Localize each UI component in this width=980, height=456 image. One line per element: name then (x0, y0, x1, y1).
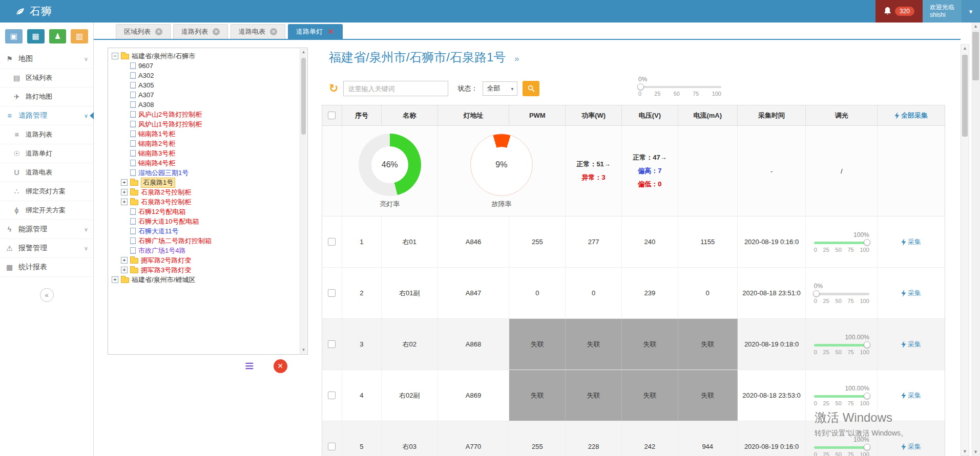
tree-item[interactable]: +拥军路3号路灯变 (112, 265, 299, 275)
row-checkbox[interactable] (328, 392, 336, 399)
sidebar-section-map[interactable]: ⚑ 地图 ∨ (0, 50, 93, 69)
row-checkbox[interactable] (328, 289, 336, 297)
scrollbar-thumb[interactable] (972, 32, 979, 80)
user-menu[interactable]: 欢迎光临 shishi (923, 0, 962, 23)
tree-item[interactable]: A308 (112, 100, 299, 110)
tree-scrollbar[interactable]: ▲ ▼ (300, 49, 307, 354)
tree-expand-icon[interactable]: + (121, 199, 128, 205)
grid-button[interactable]: ▦ (27, 29, 45, 44)
tree-root-shishi[interactable]: − 福建省/泉州市/石狮市 (112, 51, 299, 61)
refresh-icon[interactable]: ↻ (329, 83, 338, 94)
tree-item[interactable]: 风炉山1号路灯控制柜 (112, 119, 299, 129)
tree-item[interactable]: 锦南路1号柜 (112, 129, 299, 139)
scroll-down-icon[interactable]: ▼ (971, 448, 980, 456)
slider-track[interactable] (638, 86, 721, 88)
sidebar-item-region-list[interactable]: ▤ 区域列表 (0, 69, 93, 88)
scroll-down-icon[interactable]: ▼ (300, 346, 307, 354)
tree-item[interactable]: +石泉路2号控制柜 (112, 187, 299, 197)
tree-item[interactable]: 市政广场1号4路 (112, 246, 299, 255)
scroll-down-icon[interactable]: ▼ (961, 448, 969, 455)
slider-knob[interactable] (864, 444, 870, 450)
tab-road-list[interactable]: 道路列表 ✕ (173, 24, 228, 39)
scrollbar-thumb[interactable] (301, 58, 306, 135)
tab-region-list[interactable]: 区域列表 ✕ (116, 24, 171, 39)
scroll-up-icon[interactable]: ▲ (300, 49, 307, 56)
select-all-checkbox[interactable] (328, 112, 336, 119)
tree-item[interactable]: 石狮大道10号配电箱 (112, 216, 299, 226)
tree-item[interactable]: A305 (112, 80, 299, 90)
tree-expand-icon[interactable]: + (112, 276, 118, 283)
status-select[interactable]: 全部 ▾ (483, 81, 517, 96)
tree-collapse-icon[interactable]: − (112, 53, 118, 59)
sidebar-item-road-list[interactable]: ≡ 道路列表 (0, 125, 93, 144)
tree-item[interactable]: 9607 (112, 61, 299, 71)
content-scrollbar[interactable]: ▲ ▼ (961, 44, 969, 456)
tree-item-selected[interactable]: +石泉路1号 (112, 178, 299, 187)
tab-close-icon[interactable]: ✕ (270, 28, 277, 35)
slider-knob[interactable] (864, 393, 870, 399)
search-button[interactable] (523, 81, 539, 96)
tree-item[interactable]: A307 (112, 90, 299, 100)
collect-link[interactable]: 采集 (901, 237, 921, 247)
scroll-up-icon[interactable]: ▲ (961, 45, 969, 52)
tree-item[interactable]: 石狮大道11号 (112, 226, 299, 236)
dim-slider[interactable] (814, 242, 869, 244)
sidebar-item-bind-light-plan[interactable]: ∴ 绑定亮灯方案 (0, 182, 93, 201)
brand[interactable]: 石狮 (0, 4, 52, 18)
slider-knob[interactable] (864, 239, 870, 246)
tree-item[interactable]: 石狮广场二号路灯控制箱 (112, 236, 299, 246)
tab-close-icon[interactable]: ✕ (327, 28, 335, 35)
collect-link[interactable]: 采集 (901, 442, 921, 451)
keyword-input[interactable] (343, 81, 448, 96)
row-checkbox[interactable] (328, 238, 336, 246)
monitor-button[interactable]: ▣ (5, 29, 23, 44)
tab-close-icon[interactable]: ✕ (155, 28, 162, 35)
sidebar-section-alarm[interactable]: ⚠ 报警管理 ∨ (0, 239, 93, 258)
tree-expand-icon[interactable]: + (121, 257, 128, 264)
page-scrollbar[interactable]: ▲ ▼ (971, 23, 980, 456)
slider-knob[interactable] (637, 83, 644, 90)
tab-road-lamp-active[interactable]: 道路单灯 ✕ (288, 24, 343, 39)
sidebar-item-bind-switch-plan[interactable]: ϕ 绑定开关方案 (0, 201, 93, 220)
tree-expand-icon[interactable]: + (121, 179, 128, 186)
sidebar-item-road-meter[interactable]: U 道路电表 (0, 163, 93, 182)
notification-area[interactable]: 320 (875, 0, 923, 23)
sidebar-section-road-management[interactable]: ≡ 道路管理 ∨ (0, 106, 93, 125)
dim-slider[interactable] (814, 395, 869, 398)
slider-knob[interactable] (813, 290, 820, 297)
tree-expand-icon[interactable]: + (121, 189, 128, 196)
tree-item[interactable]: +石泉路3号控制柜 (112, 197, 299, 207)
close-panel-button[interactable]: ✕ (274, 359, 287, 373)
sidebar-item-lamp-map[interactable]: ✈ 路灯地图 (0, 88, 93, 106)
dim-slider[interactable] (814, 344, 869, 346)
collect-link[interactable]: 采集 (901, 391, 921, 400)
tree-item[interactable]: +拥军路2号路灯变 (112, 255, 299, 265)
trash-button[interactable]: ▥ (71, 29, 88, 44)
user-button[interactable]: ♟ (49, 29, 67, 44)
collect-all-button[interactable]: 全部采集 (894, 111, 928, 120)
scrollbar-thumb[interactable] (962, 55, 968, 137)
slider-knob[interactable] (864, 341, 870, 348)
tab-close-icon[interactable]: ✕ (213, 28, 220, 35)
sidebar-section-report[interactable]: ▦ 统计报表 (0, 258, 93, 277)
tree-expand-icon[interactable]: + (121, 267, 128, 273)
dim-slider[interactable] (814, 293, 869, 295)
tab-road-meter[interactable]: 道路电表 ✕ (231, 24, 285, 39)
collect-link[interactable]: 采集 (901, 289, 921, 298)
tree-item[interactable]: A302 (112, 71, 299, 80)
tree-item[interactable]: 锦南路3号柜 (112, 148, 299, 158)
sidebar-item-road-lamp[interactable]: ☉ 道路单灯 (0, 144, 93, 163)
tree-item[interactable]: 石狮12号配电箱 (112, 207, 299, 216)
list-view-button[interactable]: ≡ (245, 358, 254, 374)
tree-item[interactable]: 锦南路2号柜 (112, 139, 299, 148)
sidebar-section-energy[interactable]: ϟ 能源管理 ∨ (0, 220, 93, 239)
user-dropdown-toggle[interactable]: ▾ (962, 0, 980, 23)
tree-item[interactable]: 风庐山2号路灯控制柜 (112, 110, 299, 119)
tree-item[interactable]: 湿地公园三期1号 (112, 168, 299, 178)
dim-slider[interactable] (814, 446, 869, 449)
collect-link[interactable]: 采集 (901, 340, 921, 349)
tree-root-licheng[interactable]: +福建省/泉州市/鲤城区 (112, 275, 299, 285)
sidebar-collapse-button[interactable]: « (40, 288, 54, 302)
row-checkbox[interactable] (328, 340, 336, 348)
scroll-up-icon[interactable]: ▲ (971, 23, 980, 30)
